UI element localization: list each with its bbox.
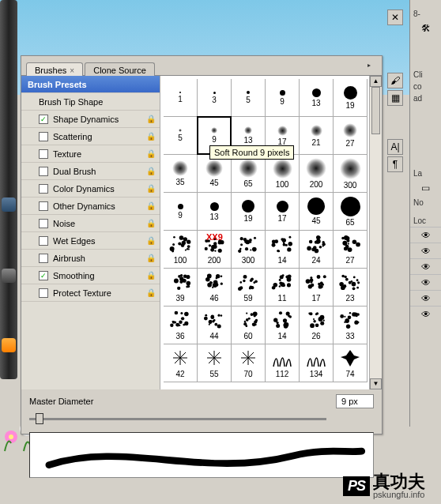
checkbox[interactable] [39, 219, 48, 228]
brush-preset-cell[interactable]: 5 [164, 116, 198, 155]
lock-icon[interactable]: 🔒 [146, 271, 155, 280]
checkbox[interactable] [39, 288, 48, 298]
lock-icon[interactable]: 🔒 [146, 236, 155, 245]
brush-preset-cell[interactable]: 65 [231, 154, 266, 193]
checkbox[interactable] [39, 236, 48, 246]
scroll-up-button[interactable]: ▲ [370, 76, 382, 87]
sidebar-item-brush-tip-shape[interactable]: Brush Tip Shape [21, 93, 160, 111]
lock-icon[interactable]: 🔒 [146, 167, 155, 175]
brush-preset-cell[interactable]: 134 [299, 344, 334, 382]
brush-preset-cell[interactable]: 9 [164, 192, 198, 231]
sidebar-header-brush-presets[interactable]: Brush Presets [21, 76, 160, 93]
brush-preset-cell[interactable]: 24 [299, 230, 334, 269]
layer-visibility-eye[interactable]: 👁 [410, 290, 441, 306]
brush-preset-cell[interactable]: 60 [231, 306, 266, 344]
brush-preset-cell[interactable]: 112 [265, 344, 300, 382]
close-icon[interactable]: × [70, 66, 74, 75]
clone-source-toggle-button[interactable]: ▦ [387, 90, 403, 106]
sidebar-item-noise[interactable]: Noise🔒 [21, 215, 160, 232]
brush-preset-cell[interactable]: 44 [197, 306, 232, 344]
brush-preset-cell[interactable]: 3 [197, 79, 232, 117]
brush-preset-cell[interactable]: 70 [231, 344, 266, 382]
panel-menu-icon[interactable] [368, 59, 377, 69]
sidebar-item-smoothing[interactable]: ✓Smoothing🔒 [21, 267, 160, 284]
brush-preset-cell[interactable]: 300 [333, 154, 368, 193]
brush-preset-cell[interactable]: 9 [265, 79, 300, 117]
checkbox[interactable] [39, 201, 48, 211]
brush-preset-cell[interactable]: 13 [299, 79, 334, 117]
lock-icon[interactable]: 🔒 [146, 149, 155, 158]
brush-preset-cell[interactable]: 39 [164, 268, 198, 307]
brush-preset-cell[interactable]: 300 [231, 230, 266, 269]
brush-preset-cell[interactable]: 36 [164, 306, 198, 344]
master-diameter-slider[interactable] [21, 413, 382, 427]
checkbox[interactable] [39, 254, 48, 263]
lock-icon[interactable]: 🔒 [146, 132, 155, 141]
paragraph-panel-button[interactable]: ¶ [387, 156, 403, 172]
lock-icon[interactable]: 🔒 [146, 201, 155, 210]
brush-preset-cell[interactable]: 45 [197, 154, 232, 193]
brush-preset-cell[interactable]: 59 [231, 268, 266, 307]
checkbox[interactable] [39, 132, 48, 141]
wrench-icon[interactable]: 🛠 [419, 21, 433, 36]
brush-preset-cell[interactable]: 33 [333, 306, 368, 344]
brush-preset-cell[interactable]: 27 [333, 116, 368, 155]
brush-preset-cell[interactable]: 19 [231, 192, 266, 231]
layer-visibility-eye[interactable]: 👁 [410, 243, 441, 258]
master-diameter-input[interactable]: 9 px [336, 394, 374, 408]
brush-preset-cell[interactable]: 45 [299, 192, 334, 231]
checkbox[interactable] [39, 167, 48, 176]
brush-preset-cell[interactable]: 42 [164, 344, 198, 382]
checkbox[interactable]: ✓ [39, 271, 48, 280]
layer-visibility-eye[interactable]: 👁 [410, 274, 441, 290]
brush-preset-cell[interactable]: 11 [265, 268, 300, 307]
tool-button[interactable]: ✕ [387, 9, 403, 25]
lock-icon[interactable]: 🔒 [146, 288, 155, 297]
sidebar-item-airbrush[interactable]: Airbrush🔒 [21, 250, 160, 267]
sidebar-item-shape-dynamics[interactable]: ✓Shape Dynamics🔒 [21, 111, 160, 128]
sidebar-item-dual-brush[interactable]: Dual Brush🔒 [21, 163, 160, 180]
brush-preset-cell[interactable]: 27 [333, 230, 368, 269]
brush-preset-cell[interactable]: 200 [299, 154, 334, 193]
brush-preset-cell[interactable]: 55 [197, 344, 232, 382]
brush-preset-cell[interactable]: 26 [299, 306, 334, 344]
brush-preset-cell[interactable]: 1 [164, 79, 198, 117]
brush-preset-cell[interactable]: 14 [265, 306, 300, 344]
brush-preset-cell[interactable]: 100 [265, 154, 300, 193]
slider-thumb[interactable] [36, 413, 43, 424]
brush-preset-cell[interactable]: 13 [197, 192, 232, 231]
scroll-thumb[interactable] [371, 87, 380, 134]
checkbox[interactable] [39, 184, 48, 194]
checkbox[interactable]: ✓ [39, 115, 48, 124]
brush-preset-cell[interactable]: 5 [231, 79, 266, 117]
sidebar-item-wet-edges[interactable]: Wet Edges🔒 [21, 232, 160, 250]
lock-icon[interactable]: 🔒 [146, 184, 155, 193]
scrollbar-vertical[interactable]: ▲ ▼ [369, 76, 382, 389]
sidebar-item-protect-texture[interactable]: Protect Texture🔒 [21, 284, 160, 302]
layer-visibility-eye[interactable]: 👁 [410, 227, 441, 243]
layer-visibility-eye[interactable]: 👁 [410, 306, 441, 322]
brushes-toggle-button[interactable]: 🖌 [387, 73, 403, 88]
brush-preset-cell[interactable]: 23 [333, 268, 368, 307]
brush-preset-cell[interactable]: 21 [299, 116, 334, 155]
brush-preset-cell[interactable]: 17 [265, 192, 300, 231]
layer-icon[interactable]: ▭ [419, 181, 433, 195]
brush-preset-cell[interactable]: 74 [333, 344, 368, 382]
sidebar-item-color-dynamics[interactable]: Color Dynamics🔒 [21, 180, 160, 197]
lock-icon[interactable]: 🔒 [146, 219, 155, 228]
scroll-down-button[interactable]: ▼ [370, 378, 382, 389]
checkbox[interactable] [39, 149, 48, 159]
lock-icon[interactable]: 🔒 [146, 254, 155, 262]
lock-icon[interactable]: 🔒 [146, 115, 155, 123]
layer-visibility-eye[interactable]: 👁 [410, 258, 441, 274]
sidebar-item-texture[interactable]: Texture🔒 [21, 145, 160, 163]
brush-preset-cell[interactable]: 14 [265, 230, 300, 269]
sidebar-item-other-dynamics[interactable]: Other Dynamics🔒 [21, 197, 160, 215]
brush-preset-cell[interactable]: 46 [197, 268, 232, 307]
sidebar-item-scattering[interactable]: Scattering🔒 [21, 128, 160, 145]
brush-preset-cell[interactable]: 65 [333, 192, 368, 231]
brush-preset-cell[interactable]: 100 [164, 230, 198, 269]
brush-preset-cell[interactable]: 17 [299, 268, 334, 307]
brush-preset-cell[interactable]: 35 [164, 154, 198, 193]
brush-preset-cell[interactable]: 19 [333, 79, 368, 117]
